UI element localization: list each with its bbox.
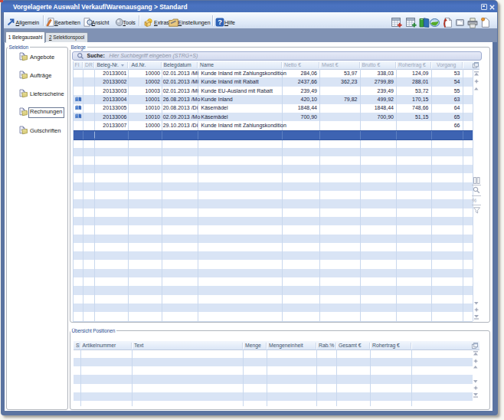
svg-text:?: ? bbox=[218, 18, 222, 26]
